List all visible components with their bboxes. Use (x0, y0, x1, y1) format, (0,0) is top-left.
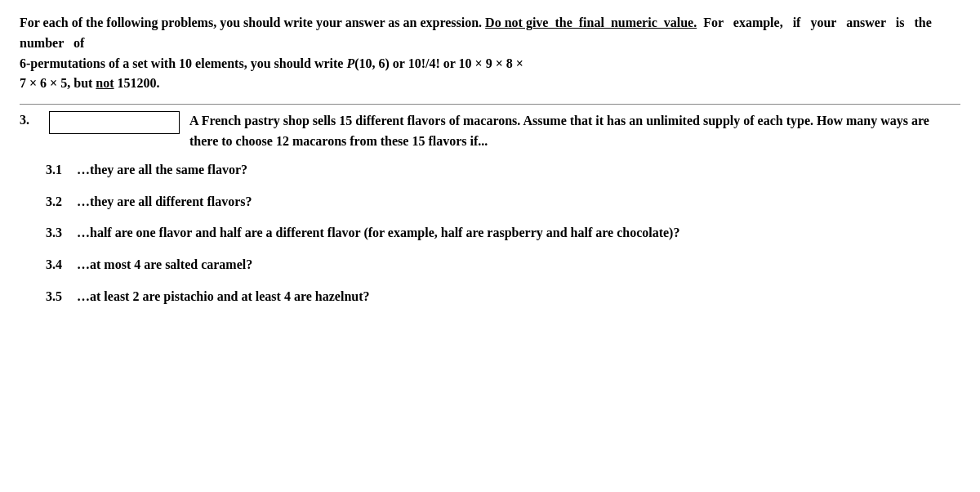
problem-header: 3. A French pastry shop sells 15 differe… (20, 111, 960, 152)
sub-problems-list: 3.1 …they are all the same flavor? 3.2 …… (46, 160, 960, 307)
sub-problem-3-4: 3.4 …at most 4 are salted caramel? (46, 255, 960, 275)
sub-problem-3-1: 3.1 …they are all the same flavor? (46, 160, 960, 181)
problem-number: 3. (20, 111, 46, 127)
sub-problem-3-2-number: 3.2 (46, 192, 77, 212)
problem-intro-text: A French pastry shop sells 15 different … (189, 111, 960, 152)
section-divider (20, 104, 960, 105)
sub-problem-3-3-number: 3.3 (46, 223, 77, 244)
problem-3-section: 3. A French pastry shop sells 15 differe… (20, 111, 960, 307)
sub-problem-3-1-number: 3.1 (46, 160, 77, 181)
instructions-text-1: For each of the following problems, you … (20, 16, 485, 29)
sub-problem-3-3-text: …half are one flavor and half are a diff… (77, 223, 960, 244)
page-container: For each of the following problems, you … (0, 0, 980, 492)
instructions-text-4: 7 × 6 × 5, but not 151200. (20, 76, 160, 90)
sub-problem-3-2-text: …they are all different flavors? (77, 192, 960, 212)
sub-problem-3-4-number: 3.4 (46, 255, 77, 275)
sub-problem-3-1-text: …they are all the same flavor? (77, 160, 960, 181)
sub-problem-3-5-number: 3.5 (46, 287, 77, 307)
sub-problem-3-5: 3.5 …at least 2 are pistachio and at lea… (46, 287, 960, 307)
sub-problem-3-5-text: …at least 2 are pistachio and at least 4… (77, 287, 960, 307)
sub-problem-3-3: 3.3 …half are one flavor and half are a … (46, 223, 960, 244)
answer-box[interactable] (49, 111, 180, 134)
sub-problem-3-4-text: …at most 4 are salted caramel? (77, 255, 960, 275)
sub-problem-3-2: 3.2 …they are all different flavors? (46, 192, 960, 212)
instructions-block: For each of the following problems, you … (20, 13, 960, 94)
instructions-text-3: 6-permutations of a set with 10 elements… (20, 56, 523, 70)
do-not-give: Do not give the final numeric value. (485, 16, 697, 29)
